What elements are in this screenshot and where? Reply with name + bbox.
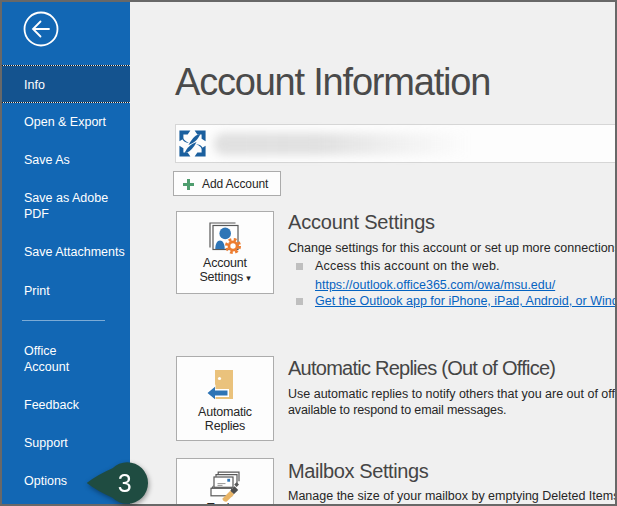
svg-text:3: 3 <box>118 469 132 497</box>
